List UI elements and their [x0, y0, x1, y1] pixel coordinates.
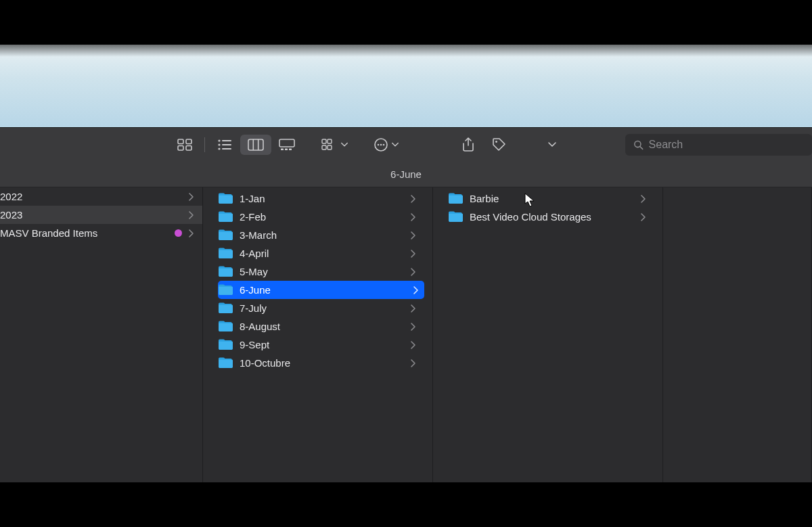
chevron-down-icon: [340, 141, 348, 149]
svg-point-22: [378, 144, 380, 146]
svg-rect-2: [178, 146, 183, 151]
folder-icon: .f-tab{fill:#2aa0e0}.f-body{fill:#3fb3ef…: [218, 283, 233, 298]
svg-point-24: [383, 144, 385, 146]
chevron-down-icon: [547, 140, 557, 150]
folder-row[interactable]: .f-tab{fill:#2aa0e0}.f-body{fill:#3fb3ef…: [218, 244, 424, 262]
svg-rect-10: [248, 139, 263, 150]
column-0[interactable]: 20222023MASV Branded Items: [0, 187, 203, 483]
tag-dot: [175, 229, 182, 237]
finder-window: 6-June 20222023MASV Branded Items .f-tab…: [0, 127, 812, 482]
column-3-empty: [663, 187, 812, 483]
chevron-right-icon: [409, 267, 416, 277]
screen: 6-June 20222023MASV Branded Items .f-tab…: [0, 0, 812, 527]
folder-row[interactable]: .f-tab{fill:#2aa0e0}.f-body{fill:#3fb3ef…: [218, 189, 424, 208]
svg-rect-13: [279, 139, 294, 147]
view-column-button[interactable]: [240, 135, 271, 155]
group-by-button[interactable]: [316, 135, 354, 155]
folder-row[interactable]: .f-tab{fill:#2aa0e0}.f-body{fill:#3fb3ef…: [448, 208, 654, 226]
folder-icon: .f-tab{fill:#2aa0e0}.f-body{fill:#3fb3ef…: [448, 210, 463, 225]
svg-rect-9: [222, 148, 231, 150]
folder-row[interactable]: 2022: [0, 187, 202, 206]
folder-row[interactable]: .f-tab{fill:#2aa0e0}.f-body{fill:#3fb3ef…: [218, 354, 424, 372]
share-icon: [461, 137, 475, 152]
toolbar-divider: [204, 137, 205, 152]
svg-rect-16: [289, 149, 292, 151]
chevron-right-icon: [409, 340, 416, 350]
window-title: 6-June: [0, 162, 812, 187]
folder-icon: .f-tab{fill:#2aa0e0}.f-body{fill:#3fb3ef…: [218, 356, 233, 371]
chevron-right-icon: [409, 304, 416, 313]
folder-icon: .f-tab{fill:#2aa0e0}.f-body{fill:#3fb3ef…: [218, 301, 233, 316]
folder-row[interactable]: MASV Branded Items: [0, 224, 202, 242]
more-actions-button[interactable]: [367, 135, 405, 155]
tags-button[interactable]: [484, 135, 515, 155]
folder-row[interactable]: .f-tab{fill:#2aa0e0}.f-body{fill:#3fb3ef…: [218, 281, 424, 299]
svg-rect-5: [222, 140, 231, 141]
chevron-right-icon: [412, 285, 419, 295]
svg-rect-1: [186, 139, 191, 144]
chevron-down-icon: [391, 141, 399, 149]
chevron-right-icon: [639, 212, 646, 222]
folder-icon: .f-tab{fill:#2aa0e0}.f-body{fill:#3fb3ef…: [218, 246, 233, 261]
folder-label: 6-June: [240, 284, 412, 296]
folder-row[interactable]: .f-tab{fill:#2aa0e0}.f-body{fill:#3fb3ef…: [218, 262, 424, 281]
finder-toolbar: [0, 128, 812, 162]
folder-label: 7-July: [240, 302, 409, 314]
view-list-button[interactable]: [209, 135, 240, 155]
svg-rect-19: [322, 145, 326, 150]
gallery-icon: [279, 139, 295, 151]
svg-rect-0: [178, 139, 183, 144]
search-field[interactable]: [625, 134, 812, 156]
folder-label: 2-Feb: [240, 211, 409, 223]
share-button[interactable]: [453, 135, 484, 155]
folder-row[interactable]: .f-tab{fill:#2aa0e0}.f-body{fill:#3fb3ef…: [218, 336, 424, 354]
svg-rect-14: [281, 149, 284, 151]
svg-rect-17: [322, 139, 326, 143]
folder-label: Barbie: [470, 193, 639, 204]
folder-row[interactable]: .f-tab{fill:#2aa0e0}.f-body{fill:#3fb3ef…: [218, 208, 424, 226]
svg-rect-20: [328, 145, 332, 150]
view-switcher: [169, 135, 302, 155]
folder-label: 2022: [0, 191, 187, 202]
group-icon: [321, 139, 338, 151]
view-icon-button[interactable]: [169, 135, 200, 155]
folder-icon: .f-tab{fill:#2aa0e0}.f-body{fill:#3fb3ef…: [218, 265, 233, 279]
column-icon: [248, 139, 264, 151]
column-2[interactable]: .f-tab{fill:#2aa0e0}.f-body{fill:#3fb3ef…: [433, 187, 663, 483]
svg-point-4: [218, 139, 220, 141]
folder-label: 2023: [0, 209, 187, 221]
folder-label: 3-March: [240, 229, 409, 241]
chevron-right-icon: [409, 359, 416, 368]
list-icon: [217, 139, 232, 151]
folder-row[interactable]: .f-tab{fill:#2aa0e0}.f-body{fill:#3fb3ef…: [218, 226, 424, 244]
svg-point-6: [218, 143, 220, 145]
chevron-right-icon: [187, 229, 194, 238]
folder-icon: .f-tab{fill:#2aa0e0}.f-body{fill:#3fb3ef…: [218, 228, 233, 243]
svg-rect-3: [186, 146, 191, 151]
svg-rect-18: [328, 139, 332, 143]
search-icon: [633, 139, 644, 150]
letterbox-top: [0, 0, 812, 45]
folder-label: MASV Branded Items: [0, 227, 175, 239]
folder-row[interactable]: .f-tab{fill:#2aa0e0}.f-body{fill:#3fb3ef…: [448, 189, 654, 208]
column-1[interactable]: .f-tab{fill:#2aa0e0}.f-body{fill:#3fb3ef…: [203, 187, 433, 483]
dropdown-button[interactable]: [542, 135, 562, 155]
svg-point-8: [218, 147, 220, 150]
svg-point-25: [495, 141, 497, 143]
chevron-right-icon: [409, 194, 416, 204]
toolbar-right: [612, 134, 812, 156]
chevron-right-icon: [409, 322, 416, 331]
folder-row[interactable]: 2023: [0, 206, 202, 224]
chevron-right-icon: [409, 249, 416, 258]
search-input[interactable]: [649, 139, 804, 151]
folder-label: Best Video Cloud Storages: [470, 211, 639, 223]
window-title-text: 6-June: [390, 168, 422, 180]
folder-icon: .f-tab{fill:#2aa0e0}.f-body{fill:#3fb3ef…: [218, 191, 233, 206]
folder-row[interactable]: .f-tab{fill:#2aa0e0}.f-body{fill:#3fb3ef…: [218, 299, 424, 317]
folder-row[interactable]: .f-tab{fill:#2aa0e0}.f-body{fill:#3fb3ef…: [218, 317, 424, 336]
view-gallery-button[interactable]: [271, 135, 302, 155]
desktop-wallpaper: [0, 45, 812, 127]
column-browser: 20222023MASV Branded Items .f-tab{fill:#…: [0, 187, 812, 483]
chevron-right-icon: [639, 194, 646, 204]
folder-label: 5-May: [240, 266, 409, 277]
